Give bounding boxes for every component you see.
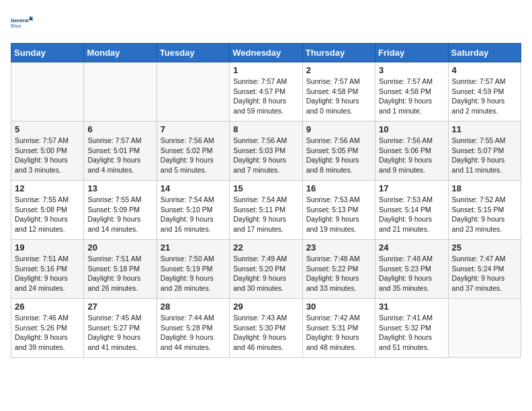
calendar-cell: 19Sunrise: 7:51 AMSunset: 5:16 PMDayligh…: [11, 240, 84, 299]
day-info-line: Daylight: 9 hours: [379, 333, 432, 341]
calendar-cell: 16Sunrise: 7:53 AMSunset: 5:13 PMDayligh…: [302, 181, 375, 240]
day-info-line: and 46 minutes.: [233, 343, 283, 351]
day-info: Sunrise: 7:53 AMSunset: 5:13 PMDaylight:…: [306, 195, 371, 234]
day-info-line: Sunrise: 7:41 AM: [379, 314, 433, 322]
logo: GeneralBlue: [11, 11, 35, 35]
day-info-line: Sunset: 5:15 PM: [452, 205, 504, 214]
day-info-line: and 41 minutes.: [87, 343, 138, 351]
day-number: 22: [233, 242, 298, 253]
day-info-line: Sunrise: 7:51 AM: [15, 255, 69, 263]
calendar-cell: 23Sunrise: 7:48 AMSunset: 5:22 PMDayligh…: [302, 240, 375, 299]
day-info-line: Sunrise: 7:49 AM: [233, 255, 287, 263]
day-info-line: Daylight: 9 hours: [452, 274, 505, 282]
day-info-line: Daylight: 9 hours: [306, 215, 359, 223]
column-header-wednesday: Wednesday: [230, 44, 302, 62]
calendar-cell: 31Sunrise: 7:41 AMSunset: 5:32 PMDayligh…: [375, 299, 448, 358]
day-info-line: and 19 minutes.: [306, 225, 357, 233]
day-info-line: Daylight: 9 hours: [379, 274, 432, 282]
day-info: Sunrise: 7:57 AMSunset: 4:58 PMDaylight:…: [306, 77, 371, 116]
day-info-line: Daylight: 9 hours: [306, 156, 359, 164]
day-info-line: Sunrise: 7:57 AM: [15, 136, 69, 144]
day-info-line: Sunset: 5:14 PM: [379, 205, 431, 214]
day-info-line: and 9 minutes.: [379, 166, 425, 174]
day-info-line: Daylight: 9 hours: [15, 215, 68, 223]
svg-text:General: General: [11, 17, 29, 24]
day-info-line: Sunset: 5:09 PM: [87, 205, 140, 214]
day-info-line: Sunrise: 7:55 AM: [87, 195, 141, 203]
day-info-line: Sunrise: 7:53 AM: [379, 195, 433, 203]
day-info-line: Daylight: 8 hours: [233, 97, 286, 105]
day-info-line: Sunset: 5:32 PM: [379, 324, 431, 332]
day-info-line: Sunset: 5:26 PM: [15, 324, 67, 332]
day-info-line: and 14 minutes.: [87, 225, 138, 233]
day-info-line: Sunrise: 7:55 AM: [15, 195, 69, 203]
day-info-line: Sunset: 5:20 PM: [233, 265, 285, 273]
day-info-line: Sunset: 5:00 PM: [15, 146, 67, 154]
day-info-line: Sunrise: 7:56 AM: [161, 136, 214, 144]
day-info-line: Daylight: 9 hours: [87, 215, 140, 223]
day-info-line: Sunset: 4:58 PM: [306, 87, 359, 95]
day-info-line: Sunrise: 7:57 AM: [233, 77, 287, 85]
column-header-friday: Friday: [375, 44, 448, 62]
day-info-line: Daylight: 9 hours: [452, 215, 505, 223]
day-number: 16: [306, 183, 371, 193]
calendar-cell: 2Sunrise: 7:57 AMSunset: 4:58 PMDaylight…: [302, 62, 375, 122]
day-info-line: Sunset: 5:16 PM: [15, 265, 67, 273]
day-number: 6: [87, 124, 152, 134]
calendar-cell: 3Sunrise: 7:57 AMSunset: 4:58 PMDaylight…: [375, 62, 448, 122]
calendar-cell: 29Sunrise: 7:43 AMSunset: 5:30 PMDayligh…: [230, 299, 302, 358]
calendar-cell: 22Sunrise: 7:49 AMSunset: 5:20 PMDayligh…: [230, 240, 302, 299]
day-info-line: Sunset: 5:19 PM: [161, 265, 213, 273]
day-info: Sunrise: 7:44 AMSunset: 5:28 PMDaylight:…: [161, 313, 226, 353]
day-info-line: Sunrise: 7:53 AM: [306, 195, 360, 203]
day-info: Sunrise: 7:49 AMSunset: 5:20 PMDaylight:…: [233, 254, 298, 293]
day-info-line: Sunrise: 7:54 AM: [233, 195, 287, 203]
day-number: 1: [233, 65, 298, 75]
day-number: 28: [161, 302, 226, 312]
calendar-cell: 24Sunrise: 7:48 AMSunset: 5:23 PMDayligh…: [375, 240, 448, 299]
calendar-header-row: SundayMondayTuesdayWednesdayThursdayFrid…: [11, 44, 521, 62]
calendar-cell: 14Sunrise: 7:54 AMSunset: 5:10 PMDayligh…: [157, 181, 229, 240]
day-info-line: Daylight: 9 hours: [15, 156, 68, 164]
day-info-line: Daylight: 9 hours: [233, 156, 286, 164]
day-number: 12: [15, 183, 80, 193]
day-info-line: Daylight: 9 hours: [379, 97, 432, 105]
column-header-thursday: Thursday: [302, 44, 375, 62]
day-info: Sunrise: 7:55 AMSunset: 5:08 PMDaylight:…: [15, 195, 80, 234]
day-info-line: Daylight: 9 hours: [161, 274, 214, 282]
day-number: 23: [306, 242, 371, 253]
day-info-line: Sunset: 5:03 PM: [233, 146, 285, 154]
day-number: 21: [161, 242, 226, 253]
calendar-cell: 7Sunrise: 7:56 AMSunset: 5:02 PMDaylight…: [157, 122, 229, 181]
day-info: Sunrise: 7:57 AMSunset: 5:01 PMDaylight:…: [87, 136, 152, 175]
column-header-saturday: Saturday: [448, 44, 521, 62]
day-number: 25: [452, 242, 517, 253]
day-info-line: Sunset: 5:24 PM: [452, 265, 504, 273]
day-info-line: Sunrise: 7:46 AM: [15, 314, 69, 322]
day-number: 20: [87, 242, 152, 253]
day-number: 15: [233, 183, 298, 193]
day-info-line: Sunrise: 7:56 AM: [306, 136, 360, 144]
day-info-line: and 51 minutes.: [379, 343, 429, 351]
calendar-cell: 17Sunrise: 7:53 AMSunset: 5:14 PMDayligh…: [375, 181, 448, 240]
day-number: 27: [87, 302, 152, 312]
calendar-cell: 8Sunrise: 7:56 AMSunset: 5:03 PMDaylight…: [230, 122, 302, 181]
svg-text:Blue: Blue: [11, 23, 21, 29]
day-number: 30: [306, 302, 371, 312]
day-info-line: Sunrise: 7:57 AM: [87, 136, 141, 144]
day-info: Sunrise: 7:43 AMSunset: 5:30 PMDaylight:…: [233, 313, 298, 353]
day-info: Sunrise: 7:48 AMSunset: 5:22 PMDaylight:…: [306, 254, 371, 293]
day-info-line: and 23 minutes.: [452, 225, 502, 233]
day-info-line: Daylight: 9 hours: [233, 215, 286, 223]
day-info-line: Sunrise: 7:55 AM: [452, 136, 506, 144]
day-info-line: Daylight: 9 hours: [306, 97, 359, 105]
day-number: 7: [161, 124, 226, 134]
day-info-line: Daylight: 9 hours: [306, 274, 359, 282]
day-info-line: Daylight: 9 hours: [15, 274, 68, 282]
day-number: 14: [161, 183, 226, 193]
day-info: Sunrise: 7:45 AMSunset: 5:27 PMDaylight:…: [87, 313, 152, 353]
day-info-line: Daylight: 9 hours: [452, 156, 505, 164]
day-number: 29: [233, 302, 298, 312]
column-header-tuesday: Tuesday: [157, 44, 229, 62]
day-info-line: and 3 minutes.: [15, 166, 61, 174]
